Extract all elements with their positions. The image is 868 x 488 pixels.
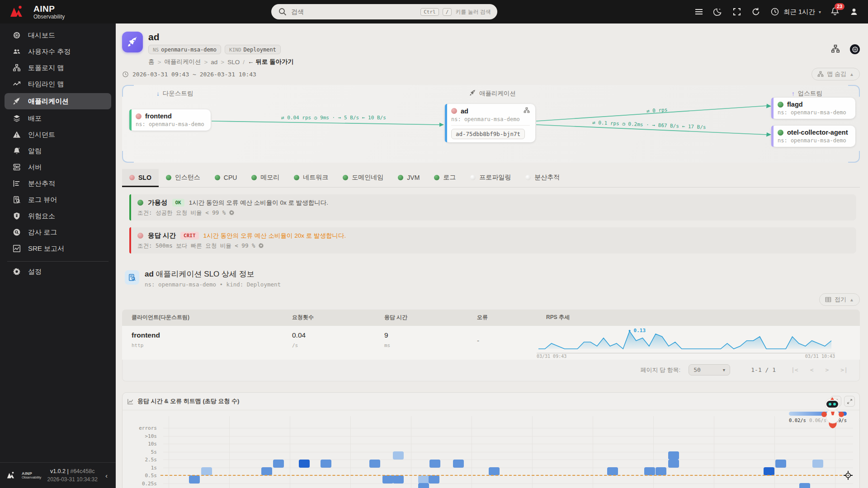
heatmap-gridline (472, 416, 472, 488)
service-map: ↓ 다운스트림 애플리케이션 ↑ 업스트림 ⇄ 0.04 rps ◷ 9ms ·… (122, 85, 860, 163)
breadcrumb-applications[interactable]: 애플리케이션 (164, 58, 201, 66)
heatmap-cell (382, 475, 393, 483)
sidebar-item-8[interactable]: 알림 (0, 143, 116, 159)
sidebar-item-13[interactable]: 감사 로그 (0, 224, 116, 240)
pagination-bar: 페이지 당 항목: 50 ▼ 1-1 / 1 |< < > >| (122, 360, 860, 381)
topology-icon[interactable] (524, 107, 530, 115)
slo-card-availability: 가용성 OK 1시간 동안의 오류 예산 소비율이 0x 로 발생합니다. 조건… (129, 194, 856, 221)
collapse-table-button[interactable]: 접기 ▲ (819, 293, 860, 306)
tab-프로파일링[interactable]: 프로파일링 (463, 169, 518, 187)
table-row[interactable]: frontend http 0.04 /s 9 ms - 0.13 0 (122, 325, 860, 360)
tab-인스턴스[interactable]: 인스턴스 (159, 169, 208, 187)
menu-icon[interactable] (694, 7, 704, 17)
main-content: ad NSopenmaru-msa-demo KINDDeployment 홈>… (116, 23, 868, 488)
time-range-text: 2026-03-31 09:43 ~ 2026-03-31 10:43 (132, 71, 256, 78)
sidebar-item-1[interactable]: 대시보드 (0, 27, 116, 43)
table-icon (825, 296, 831, 303)
map-toggle-button[interactable]: 맵 숨김 ▲ (811, 68, 860, 80)
next-page-button[interactable]: > (826, 366, 829, 373)
pod-link[interactable]: ad-75dbb8bf9b-bjn7t (451, 129, 525, 139)
refresh-icon[interactable] (751, 7, 761, 17)
sidebar-item-14[interactable]: SRE 보고서 (0, 240, 116, 257)
per-page-select[interactable]: 50 ▼ (689, 364, 730, 375)
heatmap-cell (273, 460, 284, 468)
slo-status-badge: CRIT (180, 232, 199, 239)
prev-page-button[interactable]: < (810, 366, 814, 373)
sidebar-item-3[interactable]: 토폴로지 맵 (0, 60, 116, 76)
fullscreen-icon[interactable] (732, 7, 742, 17)
tab-status-dot (215, 175, 220, 180)
breadcrumb-home[interactable]: 홈 (148, 58, 155, 66)
node-otel-collector-agent[interactable]: otel-collector-agent ns: openmaru-msa-de… (771, 126, 855, 147)
slo-condition: 조건: 성공한 요청 비율 < 99 % (137, 209, 226, 217)
sidebar-item-6[interactable]: 배포 (0, 110, 116, 127)
heatmap-y-label: errors (123, 425, 157, 431)
notifications-button[interactable]: 23 (830, 6, 840, 18)
col-client: 클라이언트(다운스트림) (122, 310, 283, 325)
assistant-mascot[interactable] (816, 396, 849, 429)
tab-status-dot (470, 175, 476, 180)
tab-메모리[interactable]: 메모리 (244, 169, 287, 187)
slo-title: 가용성 (148, 198, 168, 207)
tab-jvm[interactable]: JVM (391, 169, 427, 187)
warning-icon (13, 131, 21, 139)
heatmap-gridline (290, 416, 290, 488)
slo-settings-gear-icon[interactable] (258, 243, 264, 250)
slo-settings-gear-icon[interactable] (229, 210, 235, 217)
tab-slo[interactable]: SLO (122, 169, 159, 187)
sidebar-collapse-button[interactable]: ‹ (104, 472, 109, 479)
slo-card-response-time: 응답 시간 CRIT 1시간 동안의 오류 예산 소비율이 20x 로 발생합니… (129, 227, 856, 253)
tab-로그[interactable]: 로그 (427, 169, 463, 187)
sidebar-item-10[interactable]: 분산추적 (0, 175, 116, 192)
search-input[interactable] (291, 8, 417, 15)
sidebar-footer: AINPObservability v1.0.2 | #64c458c 2026… (0, 462, 116, 488)
chevron-down-icon: ▾ (819, 9, 821, 14)
sidebar-divider (7, 261, 108, 262)
cell-response: 9 (384, 331, 467, 339)
heatmap-y-label: 0.5s (123, 473, 157, 479)
time-range-select[interactable]: 최근 1시간 ▾ (770, 7, 821, 17)
crosshair-icon[interactable] (843, 470, 853, 482)
user-avatar[interactable] (849, 7, 859, 17)
tab-도메인네임[interactable]: 도메인네임 (335, 169, 391, 187)
heatmap-cell (369, 460, 380, 468)
col-response: 응답 시간 (375, 310, 467, 325)
sidebar-item-5[interactable]: 애플리케이션 (5, 93, 111, 109)
sidebar-item-2[interactable]: 사용자수 추정 (0, 43, 116, 60)
slo-title: 응답 시간 (148, 231, 176, 240)
node-flagd[interactable]: flagd ns: openmaru-msa-demo (771, 98, 855, 119)
cell-response-unit: ms (384, 343, 467, 348)
sidebar-item-11[interactable]: 로그 뷰어 (0, 192, 116, 208)
heatmap-cell (489, 467, 500, 475)
back-link[interactable]: ← 뒤로 돌아가기 (248, 58, 294, 66)
server-icon (13, 163, 21, 171)
clock-icon (122, 71, 129, 78)
heatmap-gridline (653, 416, 654, 488)
kbd-slash: / (443, 8, 452, 16)
topology-shortcut-icon[interactable] (831, 44, 840, 66)
sidebar-item-settings[interactable]: 설정 (0, 263, 116, 280)
breadcrumb-view[interactable]: SLO (227, 59, 240, 66)
global-search[interactable]: Ctrl / 키를 눌러 검색 (271, 4, 497, 19)
tab-네트워크[interactable]: 네트워크 (287, 169, 335, 187)
heatmap-y-label: 0.25s (123, 481, 157, 487)
search-icon (278, 7, 288, 17)
sidebar-item-7[interactable]: 인시던트 (0, 127, 116, 143)
time-range: 2026-03-31 09:43 ~ 2026-03-31 10:43 (122, 71, 256, 78)
sidebar-item-12[interactable]: 위험요소 (0, 208, 116, 224)
status-dot (778, 102, 783, 108)
topology-icon (13, 64, 21, 72)
last-page-button[interactable]: >| (840, 366, 848, 373)
tab-분산추적[interactable]: 분산추적 (518, 169, 567, 187)
dark-mode-icon[interactable] (713, 7, 723, 17)
tab-cpu[interactable]: CPU (208, 169, 245, 187)
heatmap-gridline (593, 416, 593, 488)
sidebar-item-9[interactable]: 서버 (0, 159, 116, 175)
kubernetes-icon[interactable] (850, 44, 860, 54)
node-frontend[interactable]: frontend ns: openmaru-msa-demo (129, 109, 211, 131)
node-ad[interactable]: ad ns: openmaru-msa-demo ad-75dbb8bf9b-b… (445, 104, 535, 142)
first-page-button[interactable]: |< (791, 366, 798, 373)
breadcrumb-app[interactable]: ad (211, 59, 217, 66)
sidebar-item-4[interactable]: 타임라인 맵 (0, 76, 116, 92)
heatmap-cell (299, 460, 310, 468)
